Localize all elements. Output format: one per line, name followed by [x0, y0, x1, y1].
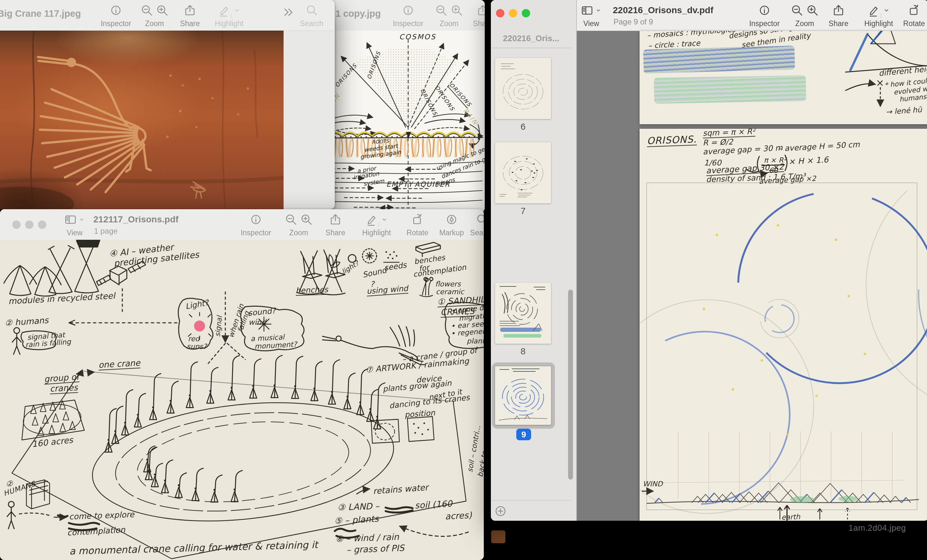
- note-wind-rain: ⑥ – wind / rain: [335, 532, 399, 543]
- note-benches: benches: [295, 285, 328, 296]
- search-button[interactable]: Search: [462, 212, 484, 237]
- note-acres2: acres): [445, 511, 472, 521]
- label-empty: EMPTY: [386, 181, 413, 188]
- chevron-down-icon[interactable]: [594, 3, 603, 17]
- formula-frac-top: π × R²: [764, 156, 786, 164]
- zoom-out-icon[interactable]: [284, 212, 298, 226]
- page-count: 1 page: [94, 226, 117, 235]
- chevron-down-icon[interactable]: [881, 3, 891, 17]
- note-wind: wind: [248, 318, 266, 326]
- window-title: Big Crane 117.jpeg: [0, 8, 81, 19]
- close-button[interactable]: [12, 220, 21, 229]
- label-earth: earth: [781, 513, 800, 521]
- petroglyph-photo: [0, 30, 284, 209]
- info-icon: [249, 212, 263, 226]
- selected-page-number: 9: [521, 429, 526, 439]
- share-icon: [831, 3, 846, 17]
- inspector-button[interactable]: Inspector: [745, 3, 784, 28]
- zoom-in-icon[interactable]: [450, 3, 464, 17]
- note-soil-160: soil (160: [415, 499, 453, 510]
- view-button[interactable]: View: [577, 3, 611, 28]
- minimize-button[interactable]: [25, 220, 33, 229]
- zoom-window-button[interactable]: [522, 9, 530, 17]
- search-button[interactable]: Search: [292, 3, 331, 28]
- label-aquifer: AQUIFER: [415, 181, 450, 188]
- formula-mult: × H × 1.6: [788, 155, 829, 166]
- traffic-lights[interactable]: [12, 220, 46, 229]
- chevron-down-icon[interactable]: [232, 3, 242, 17]
- pencil-icon: [364, 212, 378, 226]
- close-button[interactable]: [496, 9, 505, 17]
- note-land: ③ LAND –: [337, 501, 380, 512]
- inspector-button[interactable]: Inspector: [97, 3, 135, 28]
- label-cosmos: COSMOS: [399, 33, 436, 41]
- add-page-button[interactable]: [494, 504, 508, 518]
- window-preview-212117-orisons: View 212117_Orisons.pdf 1 page Inspector…: [0, 209, 484, 560]
- selected-page-badge: 9: [516, 429, 531, 440]
- thumbnail-page-number: 8: [495, 346, 551, 357]
- traffic-lights[interactable]: [496, 9, 530, 17]
- chevron-down-icon[interactable]: [380, 212, 389, 226]
- zoom-in-icon[interactable]: [805, 3, 819, 17]
- thumbnail-page-8[interactable]: [495, 282, 551, 344]
- rotate-button[interactable]: Rotate: [398, 212, 437, 237]
- rotate-icon: [907, 3, 921, 17]
- zoom-out-icon[interactable]: [140, 3, 154, 17]
- thumbnail-sidebar: 220216_Oris... 6: [491, 0, 577, 521]
- note-red: red: [188, 335, 199, 343]
- share-icon: [183, 3, 197, 17]
- thumbnail-page-7[interactable]: [495, 142, 551, 203]
- inspector-button[interactable]: Inspector: [389, 3, 427, 28]
- window-title: 212117_Orisons.pdf: [93, 214, 179, 225]
- window-preview-220216-orisons-dv: 220216_Oris... 6: [491, 0, 927, 521]
- plus-circle-icon: [494, 504, 508, 518]
- sidebar-doc-label: 220216_Oris...: [491, 33, 571, 44]
- document-main-area: View 220216_Orisons_dv.pdf Page 9 of 9 I…: [577, 0, 927, 521]
- view-button[interactable]: View: [55, 212, 94, 237]
- titlebar: Big Crane 117.jpeg Inspector Zoom Share …: [0, 0, 335, 31]
- thumbnail-page-9[interactable]: [495, 366, 551, 425]
- sidebar-panel-icon: [64, 212, 78, 226]
- window-preview-big-crane: Big Crane 117.jpeg Inspector Zoom Share …: [0, 0, 335, 209]
- sidebar-panel-icon: [580, 3, 594, 17]
- label-wind: WIND: [643, 480, 663, 487]
- share-icon: [328, 212, 342, 226]
- note-ceramic: ceramic: [436, 288, 464, 296]
- page9-title: ORISONS.: [647, 134, 697, 147]
- note-grass: – grass of PIS: [346, 543, 404, 555]
- pencil-icon: [217, 3, 231, 17]
- chevron-down-icon[interactable]: [78, 212, 86, 226]
- pencil-icon: [866, 3, 880, 17]
- share-icon: [476, 3, 485, 17]
- pdf-page-9: ORISONS. sqm = π × R² R = Ø/2 average ga…: [640, 129, 927, 521]
- share-button[interactable]: Share: [316, 212, 355, 237]
- share-button[interactable]: Share: [464, 3, 485, 28]
- highlight-button[interactable]: | Highlight: [351, 212, 402, 237]
- window-title: 1 copy.jpg: [335, 8, 381, 19]
- highlight-button[interactable]: | Highlight: [204, 3, 255, 28]
- titlebar: View 220216_Orisons_dv.pdf Page 9 of 9 I…: [577, 0, 927, 31]
- note-fact5: plants: [467, 337, 484, 345]
- sidebar-scrollbar[interactable]: [568, 290, 573, 480]
- page-indicator: Page 9 of 9: [614, 17, 653, 26]
- info-icon: [109, 3, 123, 17]
- search-icon: [475, 212, 484, 226]
- zoom-buttons[interactable]: Zoom: [275, 212, 323, 237]
- info-icon: [757, 3, 772, 17]
- zoom-window-button[interactable]: [38, 220, 46, 229]
- search-icon: [304, 3, 319, 17]
- minimize-button[interactable]: [509, 9, 517, 17]
- zoom-out-icon[interactable]: [434, 3, 448, 17]
- share-button[interactable]: Share: [819, 3, 858, 28]
- rotate-icon: [410, 212, 424, 226]
- zoom-out-icon[interactable]: [790, 3, 804, 17]
- thumbnail-page-6[interactable]: [495, 58, 551, 119]
- titlebar: View 212117_Orisons.pdf 1 page Inspector…: [0, 209, 484, 240]
- zoom-in-icon[interactable]: [155, 3, 169, 17]
- rotate-button[interactable]: Rotate: [895, 3, 927, 28]
- inspector-button[interactable]: Inspector: [237, 212, 275, 237]
- note-group-cranes: cranes: [50, 383, 78, 394]
- markup-icon: [445, 212, 459, 226]
- desktop-icon-fragment[interactable]: [491, 530, 505, 543]
- zoom-in-icon[interactable]: [299, 212, 313, 226]
